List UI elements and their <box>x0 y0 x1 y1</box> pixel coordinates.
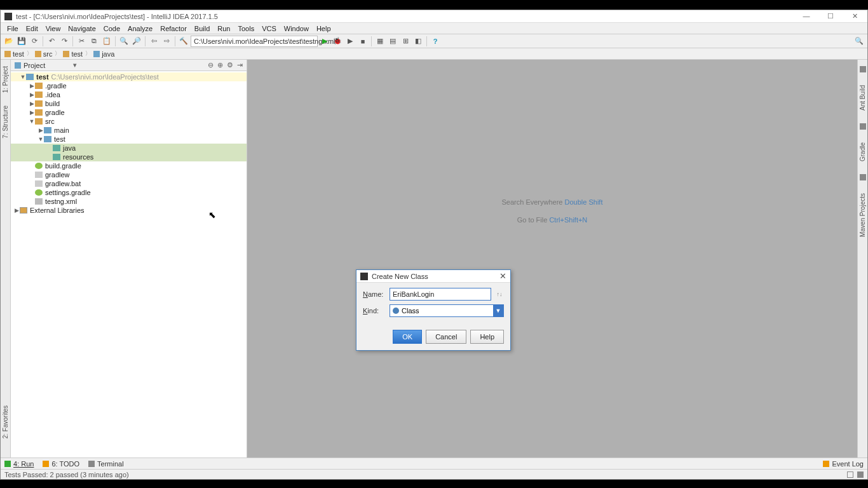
coverage-icon[interactable]: ▶ <box>344 36 356 47</box>
menu-analyze[interactable]: Analyze <box>124 24 156 34</box>
modal-dim <box>1 60 867 458</box>
bc-test[interactable]: test <box>63 50 83 58</box>
create-class-dialog: Create New Class ✕ Name: ↑↓ Kind: Class … <box>356 269 511 351</box>
cancel-button[interactable]: Cancel <box>426 330 466 344</box>
bc-java[interactable]: java <box>93 50 114 58</box>
dialog-titlebar: Create New Class ✕ <box>356 270 510 283</box>
run-config-selector[interactable]: C:\Users\nivi.mor\IdeaProjects\test\test… <box>191 36 318 47</box>
menu-refactor[interactable]: Refactor <box>156 24 191 34</box>
tw-eventlog[interactable]: Event Log <box>823 460 864 468</box>
hector-icon[interactable] <box>857 471 864 478</box>
title-text: test - [C:\Users\nivi.mor\IdeaProjects\t… <box>16 13 218 20</box>
sdk-icon[interactable]: ▤ <box>387 36 398 47</box>
bc-src[interactable]: src <box>35 50 53 58</box>
terminal-tw-icon <box>88 461 95 467</box>
menu-file[interactable]: File <box>3 24 22 34</box>
find-icon[interactable]: 🔍 <box>118 36 130 47</box>
app-icon <box>4 13 12 20</box>
avd-icon[interactable]: ▦ <box>374 36 386 47</box>
bottom-toolwindow-bar: 4: Run 6: TODO Terminal Event Log <box>1 458 867 469</box>
copy-icon[interactable]: ⧉ <box>88 36 100 47</box>
dialog-title: Create New Class <box>372 273 428 280</box>
structure-icon[interactable]: ⊞ <box>400 36 411 47</box>
run-icon[interactable]: ▶ <box>319 36 330 47</box>
name-label: Name: <box>363 290 386 298</box>
search-everywhere-icon[interactable]: 🔍 <box>853 36 865 47</box>
dialog-close-icon[interactable]: ✕ <box>499 271 506 281</box>
eventlog-tw-icon <box>823 461 829 467</box>
maximize-button[interactable]: ☐ <box>822 12 839 20</box>
profile-icon[interactable]: ◧ <box>412 36 424 47</box>
save-icon[interactable]: 💾 <box>16 36 27 47</box>
name-input[interactable] <box>390 288 491 301</box>
menu-vcs[interactable]: VCS <box>258 24 280 34</box>
replace-icon[interactable]: 🔎 <box>131 36 142 47</box>
forward-icon[interactable]: ⇨ <box>161 36 172 47</box>
titlebar: test - [C:\Users\nivi.mor\IdeaProjects\t… <box>1 10 867 23</box>
menu-edit[interactable]: Edit <box>22 24 42 34</box>
todo-tw-icon <box>43 461 49 467</box>
kind-label: Kind: <box>363 307 386 315</box>
menu-help[interactable]: Help <box>313 24 335 34</box>
build-icon[interactable]: 🔨 <box>178 36 189 47</box>
menu-navigate[interactable]: Navigate <box>64 24 99 34</box>
history-arrows-icon[interactable]: ↑↓ <box>495 291 504 297</box>
menu-tools[interactable]: Tools <box>234 24 258 34</box>
bc-root[interactable]: test <box>4 50 24 58</box>
cut-icon[interactable]: ✂ <box>76 36 87 47</box>
toolbar: 📂 💾 ⟳ ↶ ↷ ✂ ⧉ 📋 🔍 🔎 ⇦ ⇨ 🔨 C:\Users\nivi.… <box>1 34 867 48</box>
app-window: test - [C:\Users\nivi.mor\IdeaProjects\t… <box>0 10 868 480</box>
status-text: Tests Passed: 2 passed (3 minutes ago) <box>4 471 129 478</box>
statusbar: Tests Passed: 2 passed (3 minutes ago) <box>1 469 867 479</box>
help-icon[interactable]: ? <box>430 36 441 47</box>
menu-window[interactable]: Window <box>280 24 313 34</box>
breadcrumb: test 〉 src 〉 test 〉 java <box>1 48 867 60</box>
class-icon <box>393 308 399 314</box>
main-area: 1: Project 7: Structure 2: Favorites Pro… <box>1 60 867 458</box>
run-tw-icon <box>4 461 11 467</box>
tw-terminal[interactable]: Terminal <box>88 460 124 468</box>
stop-icon[interactable]: ■ <box>357 36 369 47</box>
menu-run[interactable]: Run <box>214 24 234 34</box>
run-config-text: C:\Users\nivi.mor\IdeaProjects\test\test… <box>194 37 336 45</box>
kind-value: Class <box>402 307 419 315</box>
redo-icon[interactable]: ↷ <box>58 36 70 47</box>
debug-icon[interactable]: 🐞 <box>332 36 343 47</box>
chevron-down-icon: ▼ <box>493 305 503 316</box>
sync-icon[interactable]: ⟳ <box>29 36 40 47</box>
tw-todo[interactable]: 6: TODO <box>43 460 79 468</box>
menu-code[interactable]: Code <box>100 24 124 34</box>
menubar: File Edit View Navigate Code Analyze Ref… <box>1 23 867 34</box>
menu-build[interactable]: Build <box>191 24 214 34</box>
help-button[interactable]: Help <box>470 330 504 344</box>
back-icon[interactable]: ⇦ <box>148 36 159 47</box>
close-button[interactable]: ✕ <box>846 12 864 20</box>
minimize-button[interactable]: — <box>797 12 815 20</box>
paste-icon[interactable]: 📋 <box>101 36 112 47</box>
undo-icon[interactable]: ↶ <box>46 36 57 47</box>
ok-button[interactable]: OK <box>393 330 422 344</box>
menu-view[interactable]: View <box>42 24 65 34</box>
tw-run[interactable]: 4: Run <box>4 460 34 468</box>
dialog-icon <box>360 273 368 280</box>
open-icon[interactable]: 📂 <box>3 36 15 47</box>
kind-select[interactable]: Class ▼ <box>390 304 504 317</box>
lock-icon[interactable] <box>847 471 853 478</box>
